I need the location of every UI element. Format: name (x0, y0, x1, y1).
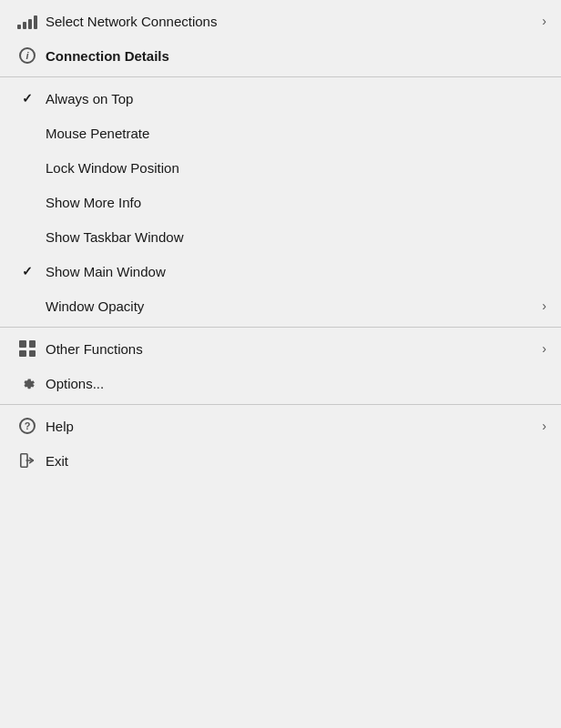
menu-item-show-main-window[interactable]: ✓ Show Main Window (0, 254, 561, 288)
always-on-top-label: Always on Top (44, 91, 528, 106)
show-taskbar-window-label: Show Taskbar Window (44, 229, 528, 245)
select-network-arrow: › (528, 14, 546, 28)
divider-3 (0, 404, 561, 405)
menu-item-select-network[interactable]: Select Network Connections › (0, 4, 561, 38)
window-opacity-arrow: › (528, 298, 546, 313)
menu-item-exit[interactable]: Exit (0, 443, 561, 478)
lock-window-position-label: Lock Window Position (44, 160, 528, 176)
info-icon: i (11, 47, 44, 64)
mouse-penetrate-label: Mouse Penetrate (44, 126, 528, 141)
help-icon: ? (11, 418, 44, 434)
select-network-label: Select Network Connections (44, 14, 528, 29)
gear-icon (11, 375, 44, 391)
help-label: Help (44, 419, 528, 434)
show-more-info-label: Show More Info (44, 195, 528, 210)
exit-icon (11, 452, 44, 469)
menu-item-mouse-penetrate[interactable]: Mouse Penetrate (0, 116, 561, 150)
help-arrow: › (528, 419, 546, 433)
divider-1 (0, 76, 561, 77)
connection-details-label: Connection Details (44, 48, 528, 64)
other-functions-label: Other Functions (44, 341, 528, 357)
menu-item-window-opacity[interactable]: Window Opacity › (0, 288, 561, 323)
menu-item-lock-window-position[interactable]: Lock Window Position (0, 150, 561, 185)
signal-bars-icon (11, 13, 44, 29)
other-functions-arrow: › (528, 341, 546, 356)
menu-item-options[interactable]: Options... (0, 366, 561, 400)
exit-label: Exit (44, 453, 528, 469)
menu-item-help[interactable]: ? Help › (0, 409, 561, 443)
menu-item-show-taskbar-window[interactable]: Show Taskbar Window (0, 219, 561, 254)
divider-2 (0, 327, 561, 328)
always-on-top-check: ✓ (11, 91, 44, 106)
show-main-window-label: Show Main Window (44, 264, 528, 279)
window-opacity-label: Window Opacity (44, 298, 528, 314)
options-label: Options... (44, 376, 528, 391)
grid-icon (11, 340, 44, 357)
menu-item-show-more-info[interactable]: Show More Info (0, 185, 561, 219)
show-main-window-check: ✓ (11, 264, 44, 278)
menu-item-connection-details[interactable]: i Connection Details (0, 38, 561, 73)
context-menu: Select Network Connections › i Connectio… (0, 0, 561, 481)
menu-item-always-on-top[interactable]: ✓ Always on Top (0, 81, 561, 116)
menu-item-other-functions[interactable]: Other Functions › (0, 331, 561, 366)
